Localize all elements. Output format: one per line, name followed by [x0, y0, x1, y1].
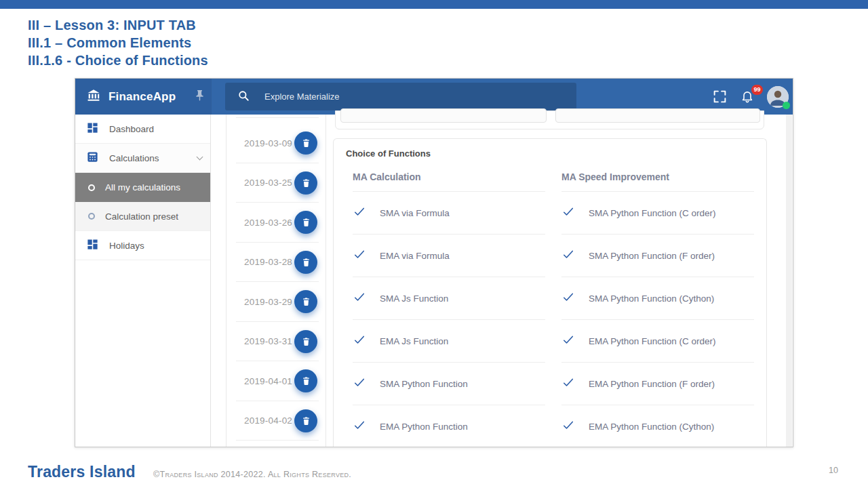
- chevron-down-icon: [197, 153, 203, 160]
- function-option-row[interactable]: EMA Js Function: [353, 320, 545, 363]
- app-brand[interactable]: FinanceApp: [75, 79, 211, 115]
- sidebar-item-holidays[interactable]: Holidays: [75, 231, 210, 260]
- date-value: 2019-03-26: [244, 218, 292, 228]
- checkmark-icon: [561, 290, 575, 306]
- function-label: EMA via Formula: [380, 251, 450, 261]
- function-option-row[interactable]: EMA Python Function (C order): [561, 320, 754, 363]
- function-label: SMA Python Function (Cython): [589, 293, 714, 304]
- column-header: MA Calculation: [353, 167, 545, 192]
- truncated-top-card: [335, 110, 764, 129]
- sidebar-item-all-my-calculations[interactable]: All my calculations: [75, 173, 210, 202]
- checkmark-icon: [353, 418, 366, 434]
- sidebar-item-calculation-preset[interactable]: Calculation preset: [75, 202, 210, 231]
- vertical-scrollbar[interactable]: [786, 115, 792, 447]
- function-label: EMA Python Function: [380, 422, 468, 432]
- slide-title-line1: III – Lesson 3: INPUT TAB: [28, 16, 208, 34]
- search-bar[interactable]: [225, 83, 576, 110]
- date-row: 2019-03-26: [226, 203, 326, 243]
- circle-bullet-icon: [88, 213, 95, 220]
- function-option-row[interactable]: SMA Js Function: [353, 277, 545, 320]
- checkmark-icon: [353, 205, 366, 221]
- date-value: 2019-03-25: [244, 178, 292, 188]
- footer-brand: Traders Island: [28, 463, 136, 481]
- circle-bullet-icon: [88, 184, 95, 191]
- function-label: EMA Python Function (C order): [589, 336, 716, 346]
- date-value: 2019-04-01: [244, 376, 292, 386]
- sidebar-item-label: Calculation preset: [105, 211, 178, 222]
- slide-titles: III – Lesson 3: INPUT TAB III.1 – Common…: [28, 16, 208, 69]
- bank-icon: [86, 88, 101, 106]
- function-option-row[interactable]: SMA Python Function: [353, 363, 545, 405]
- header-icons: 99: [711, 86, 793, 108]
- sidebar-item-calculations[interactable]: Calculations: [75, 144, 210, 173]
- sidebar-item-label: Calculations: [109, 153, 159, 163]
- function-option-row[interactable]: SMA via Formula: [353, 192, 545, 235]
- sidebar: Dashboard Calculations All my calculatio…: [75, 115, 211, 447]
- function-option-row[interactable]: SMA Python Function (C order): [561, 192, 754, 235]
- sidebar-item-label: All my calculations: [105, 182, 180, 192]
- slide-title-line2: III.1 – Common Elements: [28, 34, 208, 52]
- dashboard-grid-icon: [86, 121, 99, 136]
- delete-date-button[interactable]: [294, 369, 317, 392]
- function-option-row[interactable]: SMA Python Function (Cython): [561, 277, 754, 320]
- function-columns: MA Calculation SMA via Formula: [346, 167, 754, 447]
- function-label: SMA Js Function: [380, 293, 448, 304]
- notification-badge: 99: [751, 85, 763, 95]
- date-row: 2019-03-29: [226, 282, 326, 322]
- date-row: 2019-03-28: [226, 243, 326, 283]
- sidebar-item-label: Holidays: [109, 241, 144, 251]
- function-label: SMA Python Function (C order): [589, 208, 716, 218]
- function-option-row[interactable]: EMA via Formula: [353, 235, 545, 277]
- card-title: Choice of Functions: [346, 148, 754, 159]
- function-option-row[interactable]: EMA Python Function: [353, 405, 545, 447]
- date-row: 2019-03-31: [226, 322, 326, 362]
- function-option-row[interactable]: EMA Python Function (F order): [561, 363, 754, 405]
- page-number: 10: [829, 466, 838, 475]
- delete-date-button[interactable]: [294, 290, 317, 313]
- truncated-field[interactable]: [340, 108, 547, 123]
- search-icon: [237, 89, 250, 104]
- pin-icon[interactable]: [195, 89, 204, 104]
- checkmark-icon: [561, 247, 575, 264]
- avatar[interactable]: [767, 86, 789, 108]
- checkmark-icon: [561, 418, 575, 434]
- date-value: 2019-03-09: [244, 138, 292, 148]
- dates-rows: 2019-03-09 2019-03-25: [226, 118, 326, 441]
- date-value: 2019-03-29: [244, 297, 292, 307]
- date-row: 2019-04-01: [226, 361, 326, 401]
- bell-icon[interactable]: 99: [739, 89, 755, 105]
- function-label: SMA Python Function: [380, 379, 468, 389]
- checkmark-icon: [353, 290, 366, 306]
- presentation-slide: III – Lesson 3: INPUT TAB III.1 – Common…: [0, 0, 868, 488]
- delete-date-button[interactable]: [294, 409, 317, 432]
- function-label: EMA Python Function (Cython): [589, 422, 714, 432]
- delete-date-button[interactable]: [294, 330, 317, 353]
- fullscreen-icon[interactable]: [711, 89, 728, 105]
- checkmark-icon: [561, 375, 575, 392]
- ma-speed-improvement-column: MA Speed Improvement SMA Python Function…: [561, 167, 754, 447]
- checkmark-icon: [353, 247, 366, 264]
- function-label: EMA Python Function (F order): [589, 379, 715, 389]
- function-option-row[interactable]: SMA Python Function (F order): [561, 235, 754, 277]
- function-label: SMA Python Function (F order): [589, 251, 715, 261]
- date-row: 2019-04-02: [226, 401, 326, 441]
- function-option-row[interactable]: EMA Python Function (Cython): [561, 405, 754, 447]
- delete-date-button[interactable]: [294, 131, 317, 155]
- delete-date-button[interactable]: [294, 211, 317, 234]
- footer-copyright: ©Traders Island 2014-2022. All Rights Re…: [153, 470, 351, 479]
- date-value: 2019-04-02: [244, 415, 292, 426]
- sidebar-item-label: Dashboard: [109, 124, 154, 134]
- function-label: EMA Js Function: [380, 336, 448, 346]
- delete-date-button[interactable]: [294, 171, 317, 195]
- date-value: 2019-03-31: [244, 336, 292, 346]
- truncated-field[interactable]: [555, 108, 760, 123]
- sidebar-item-dashboard[interactable]: Dashboard: [75, 115, 210, 144]
- date-row: 2019-03-25: [226, 163, 326, 203]
- delete-date-button[interactable]: [294, 251, 317, 274]
- search-input[interactable]: [264, 92, 536, 102]
- app-brand-name: FinanceApp: [108, 90, 176, 104]
- choice-of-functions-card: Choice of Functions MA Calculation SMA v…: [333, 138, 767, 447]
- app-screenshot-frame: FinanceApp 99: [75, 78, 793, 447]
- column-header: MA Speed Improvement: [561, 167, 754, 192]
- calculator-icon: [86, 150, 99, 165]
